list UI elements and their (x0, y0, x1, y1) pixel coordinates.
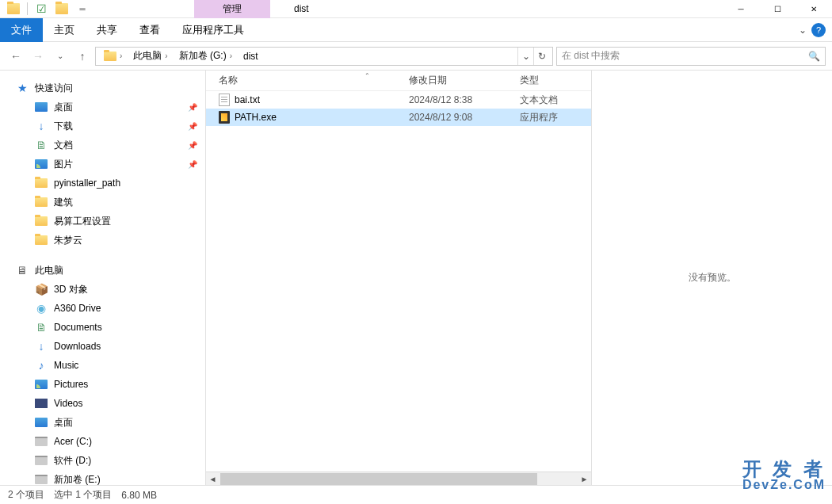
file-date: 2024/8/12 9:08 (409, 112, 520, 123)
sidebar-drive-d[interactable]: 软件 (D:) (0, 451, 205, 470)
file-list: ⌃ 名称 修改日期 类型 bai.txt2024/8/12 8:38文本文档PA… (206, 71, 591, 485)
sidebar-folder-1[interactable]: 建筑 (0, 193, 205, 212)
refresh-icon[interactable]: ↻ (533, 48, 549, 65)
qat-folder-icon[interactable] (53, 0, 71, 17)
sidebar-drive-c[interactable]: Acer (C:) (0, 432, 205, 451)
search-icon[interactable]: 🔍 (808, 51, 820, 62)
sidebar-downloads[interactable]: ↓下载📌 (0, 116, 205, 136)
minimize-button[interactable]: ─ (723, 0, 759, 18)
qat-dropdown-icon[interactable]: ═ (74, 0, 91, 17)
file-row[interactable]: PATH.exe2024/8/12 9:08应用程序 (206, 109, 591, 126)
horizontal-scrollbar[interactable]: ◄ ► (206, 472, 591, 485)
sidebar-this-pc[interactable]: 🖥此电脑 (0, 261, 205, 280)
sidebar-music[interactable]: ♪Music (0, 356, 205, 375)
window-title: dist (294, 3, 309, 14)
path-seg-drive[interactable]: 新加卷 (G:)› (174, 48, 237, 64)
titlebar: ☑ ═ 管理 dist ─ ☐ ✕ (0, 0, 832, 18)
sidebar-documents-en[interactable]: 🗎Documents (0, 318, 205, 337)
sidebar-downloads-en[interactable]: ↓Downloads (0, 337, 205, 356)
ribbon-expand-icon[interactable]: ⌄ (799, 25, 807, 36)
forward-button[interactable]: → (29, 47, 48, 66)
manage-tab[interactable]: 管理 (194, 0, 270, 18)
close-button[interactable]: ✕ (796, 0, 832, 18)
file-name: PATH.exe (212, 111, 409, 124)
col-name[interactable]: 名称 (212, 74, 409, 87)
sidebar-videos[interactable]: Videos (0, 394, 205, 413)
status-selected: 选中 1 个项目 (54, 488, 112, 502)
maximize-button[interactable]: ☐ (759, 0, 796, 18)
column-headers: ⌃ 名称 修改日期 类型 (206, 71, 591, 91)
up-button[interactable]: ↑ (73, 47, 92, 66)
properties-icon[interactable]: ☑ (32, 0, 50, 17)
status-size: 6.80 MB (121, 490, 157, 501)
ribbon: 文件 主页 共享 查看 应用程序工具 ⌄ ? (0, 18, 832, 42)
no-preview-text: 没有预览。 (689, 271, 736, 284)
sidebar-desktop[interactable]: 桌面📌 (0, 97, 205, 116)
scroll-right-icon[interactable]: ► (578, 472, 591, 486)
addressbar: ← → ⌄ ↑ › 此电脑› 新加卷 (G:)› dist ⌄ ↻ 在 dist… (0, 42, 832, 71)
col-type[interactable]: 类型 (520, 74, 591, 87)
status-item-count: 2 个项目 (8, 488, 44, 502)
sidebar-quick-access[interactable]: ★快速访问 (0, 78, 205, 97)
recent-dropdown[interactable]: ⌄ (51, 47, 70, 66)
file-row[interactable]: bai.txt2024/8/12 8:38文本文档 (206, 91, 591, 109)
folder-icon[interactable] (5, 0, 22, 17)
file-type: 应用程序 (520, 111, 591, 124)
sidebar-a360[interactable]: ◉A360 Drive (0, 299, 205, 318)
pin-icon: 📌 (188, 160, 197, 169)
sidebar-pictures[interactable]: 图片📌 (0, 155, 205, 174)
sidebar-documents[interactable]: 🗎文档📌 (0, 136, 205, 155)
sidebar-folder-pyinstaller[interactable]: pyinstaller_path (0, 174, 205, 193)
pin-icon: 📌 (188, 141, 197, 150)
sidebar-drive-e[interactable]: 新加卷 (E:) (0, 470, 205, 485)
sidebar-folder-2[interactable]: 易算工程设置 (0, 212, 205, 231)
tab-app-tools[interactable]: 应用程序工具 (171, 18, 255, 42)
path-root-icon[interactable]: › (99, 50, 127, 63)
pin-icon: 📌 (188, 122, 197, 131)
sidebar-3d[interactable]: 📦3D 对象 (0, 280, 205, 299)
tab-home[interactable]: 主页 (43, 18, 86, 42)
file-type: 文本文档 (520, 94, 591, 107)
address-path[interactable]: › 此电脑› 新加卷 (G:)› dist ⌄ ↻ (95, 47, 553, 66)
preview-pane: 没有预览。 (591, 71, 832, 485)
watermark: 开 发 者 DevZe.CoM (742, 460, 826, 491)
sidebar-folder-3[interactable]: 朱梦云 (0, 231, 205, 250)
sidebar: ★快速访问 桌面📌 ↓下载📌 🗎文档📌 图片📌 pyinstaller_path… (0, 71, 206, 485)
file-date: 2024/8/12 8:38 (409, 94, 520, 105)
path-seg-pc[interactable]: 此电脑› (128, 48, 172, 64)
statusbar: 2 个项目 选中 1 个项目 6.80 MB (0, 485, 832, 504)
tab-file[interactable]: 文件 (0, 18, 43, 42)
scroll-left-icon[interactable]: ◄ (206, 472, 219, 486)
pin-icon: 📌 (188, 103, 197, 112)
path-dropdown-icon[interactable]: ⌄ (517, 48, 533, 65)
file-name: bai.txt (212, 94, 409, 106)
qat: ☑ ═ (0, 0, 91, 17)
search-input[interactable]: 在 dist 中搜索 🔍 (556, 47, 826, 66)
help-icon[interactable]: ? (811, 23, 826, 37)
main: ★快速访问 桌面📌 ↓下载📌 🗎文档📌 图片📌 pyinstaller_path… (0, 71, 832, 485)
tab-share[interactable]: 共享 (86, 18, 128, 42)
tab-view[interactable]: 查看 (128, 18, 171, 42)
sidebar-desktop-2[interactable]: 桌面 (0, 413, 205, 432)
col-date[interactable]: 修改日期 (409, 74, 520, 87)
sort-indicator-icon: ⌃ (364, 72, 370, 79)
scroll-thumb[interactable] (220, 473, 537, 485)
path-seg-folder[interactable]: dist (239, 49, 263, 63)
sidebar-pictures-en[interactable]: Pictures (0, 375, 205, 394)
back-button[interactable]: ← (6, 47, 25, 66)
